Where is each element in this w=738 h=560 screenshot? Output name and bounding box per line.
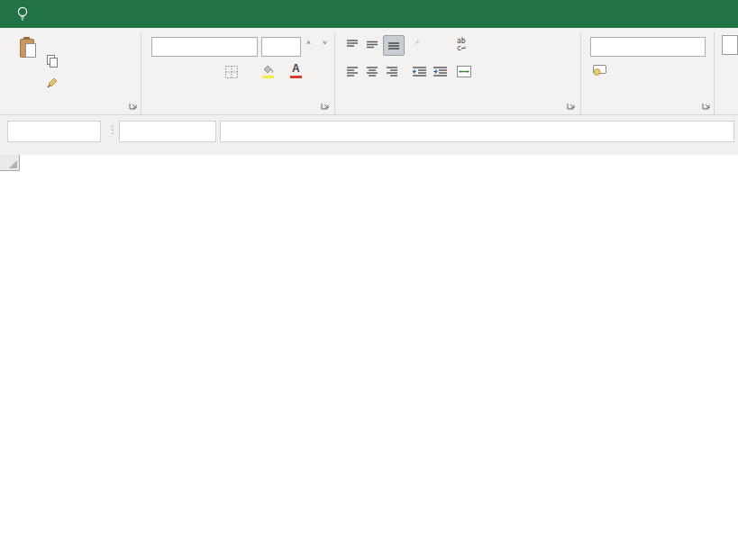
increase-font-size-button[interactable]: ˄ <box>306 39 311 47</box>
merge-center-icon <box>457 66 471 77</box>
accounting-format-button[interactable] <box>592 64 611 76</box>
increase-indent-button[interactable] <box>433 66 448 77</box>
paste-button[interactable] <box>7 36 47 95</box>
formula-bar-splitter[interactable]: ⋮ <box>107 123 118 136</box>
dialog-launcher-icon <box>702 101 711 110</box>
font-name-combo[interactable] <box>151 37 258 57</box>
excel-window: ˄ ˅ <box>0 0 738 560</box>
formula-bar: ⋮ <box>0 115 738 155</box>
font-size-combo[interactable] <box>261 37 301 57</box>
formula-input[interactable] <box>220 121 734 142</box>
align-left-button[interactable] <box>345 66 360 77</box>
dialog-launcher-icon <box>567 101 576 110</box>
select-all-button[interactable] <box>0 155 20 171</box>
copy-icon <box>47 55 57 67</box>
worksheet-grid <box>0 155 738 560</box>
fill-color-button[interactable] <box>261 64 278 78</box>
dialog-launcher-icon <box>321 101 330 110</box>
merge-center-button[interactable] <box>457 66 479 77</box>
align-right-button[interactable] <box>385 66 399 77</box>
alignment-dialog-launcher[interactable] <box>567 100 578 111</box>
align-center-icon <box>365 66 379 77</box>
paste-icon <box>20 38 35 57</box>
decrease-indent-icon <box>412 66 427 77</box>
bottom-align-icon <box>387 40 401 51</box>
ribbon-tab-bar <box>0 0 738 28</box>
name-box[interactable] <box>7 121 101 142</box>
fill-color-icon <box>261 64 275 78</box>
borders-icon <box>225 66 238 78</box>
conditional-formatting-icon <box>722 35 738 55</box>
align-right-icon <box>385 66 399 77</box>
cut-button[interactable] <box>47 36 51 50</box>
number-dialog-launcher[interactable] <box>702 100 713 111</box>
decrease-font-size-button[interactable]: ˅ <box>323 39 327 47</box>
wrap-text-icon: abc↩ <box>457 38 466 52</box>
format-painter-icon <box>47 77 59 88</box>
font-dialog-launcher[interactable] <box>321 100 332 111</box>
font-color-button[interactable]: A <box>290 64 306 78</box>
font-color-icon: A <box>290 64 303 78</box>
align-left-icon <box>345 66 360 77</box>
orientation-button[interactable]: → <box>412 37 424 46</box>
clipboard-dialog-launcher[interactable] <box>129 100 140 111</box>
wrap-text-button[interactable]: abc↩ <box>457 38 470 52</box>
middle-align-button[interactable] <box>365 39 379 50</box>
increase-indent-icon <box>433 66 448 77</box>
accounting-icon <box>592 64 607 76</box>
middle-align-icon <box>365 39 379 50</box>
tell-me-box[interactable] <box>16 0 37 28</box>
top-align-button[interactable] <box>345 39 360 50</box>
borders-button[interactable] <box>225 66 241 78</box>
top-align-icon <box>345 39 360 50</box>
decrease-indent-button[interactable] <box>412 66 427 77</box>
number-format-combo[interactable] <box>590 37 706 57</box>
bottom-align-button[interactable] <box>383 35 405 56</box>
align-center-button[interactable] <box>365 66 379 77</box>
ribbon: ˄ ˅ <box>0 28 738 115</box>
format-painter-button[interactable] <box>47 75 63 89</box>
copy-button[interactable] <box>47 53 65 68</box>
lightbulb-icon <box>16 6 29 23</box>
select-all-triangle-icon <box>9 160 17 168</box>
formula-buttons <box>119 121 216 142</box>
dialog-launcher-icon <box>129 101 138 110</box>
